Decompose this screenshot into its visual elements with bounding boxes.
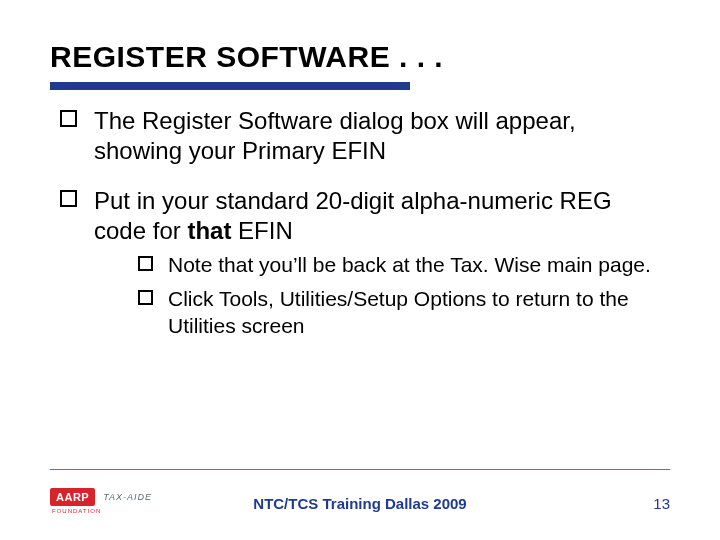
footer-text: NTC/TCS Training Dallas 2009 <box>0 495 720 512</box>
sub-bullet-text: Note that you’ll be back at the Tax. Wis… <box>168 253 651 276</box>
sub-bullet-item: Click Tools, Utilities/Setup Options to … <box>138 286 670 339</box>
slide: REGISTER SOFTWARE . . . The Register Sof… <box>0 0 720 540</box>
sub-bullet-list: Note that you’ll be back at the Tax. Wis… <box>138 252 670 339</box>
bullet-list: The Register Software dialog box will ap… <box>60 106 670 339</box>
bullet-text-pre: Put in your standard 20-digit alpha-nume… <box>94 187 612 244</box>
footer-divider <box>50 469 670 470</box>
bullet-item: The Register Software dialog box will ap… <box>60 106 670 166</box>
bullet-text-bold: that <box>187 217 231 244</box>
slide-title: REGISTER SOFTWARE . . . <box>50 40 670 74</box>
bullet-item: Put in your standard 20-digit alpha-nume… <box>60 186 670 339</box>
bullet-text-post: EFIN <box>231 217 292 244</box>
bullet-text: The Register Software dialog box will ap… <box>94 107 576 164</box>
title-rule <box>50 82 410 90</box>
page-number: 13 <box>653 495 670 512</box>
sub-bullet-item: Note that you’ll be back at the Tax. Wis… <box>138 252 670 278</box>
sub-bullet-text: Click Tools, Utilities/Setup Options to … <box>168 287 629 336</box>
